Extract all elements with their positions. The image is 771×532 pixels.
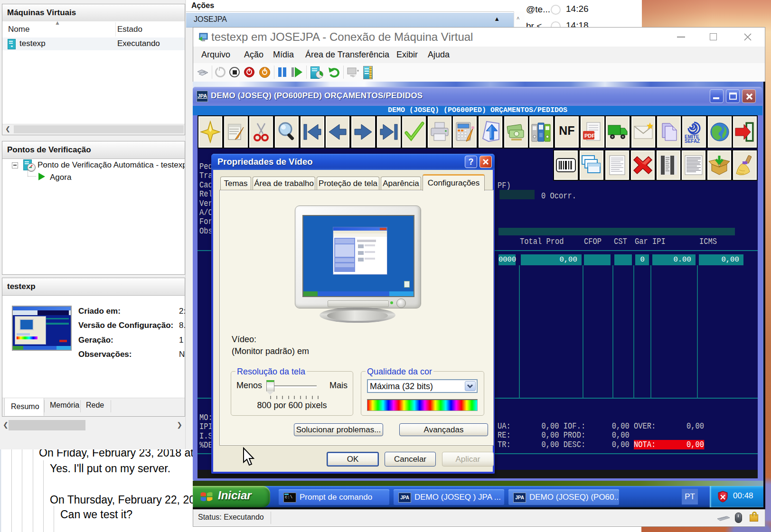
svg-text:SEFAZ: SEFAZ (685, 139, 700, 143)
svg-text:PDF: PDF (584, 133, 595, 139)
